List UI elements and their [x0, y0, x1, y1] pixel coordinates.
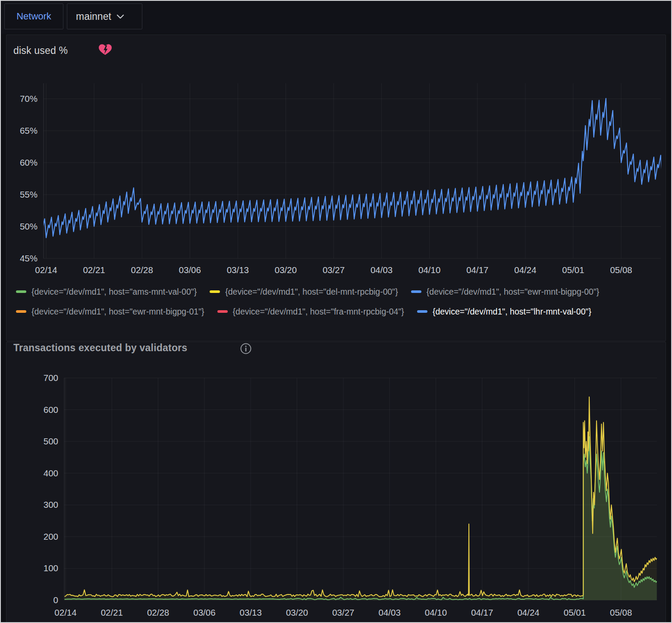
legend-item[interactable]: {device="/dev/md1", host="lhr-mnt-val-00…	[417, 302, 591, 321]
svg-text:70%: 70%	[20, 94, 38, 104]
svg-text:03/27: 03/27	[323, 265, 345, 275]
y-axis-ticks: 0100200300400500600700	[44, 373, 58, 605]
yellow-series-fill	[65, 397, 657, 600]
legend-item[interactable]: {device="/dev/md1", host="fra-mnt-rpcbig…	[217, 302, 404, 321]
svg-text:65%: 65%	[20, 126, 38, 135]
svg-text:03/20: 03/20	[286, 607, 308, 617]
network-variable-value: mainnet	[76, 11, 111, 22]
svg-text:05/08: 05/08	[610, 265, 632, 275]
svg-text:45%: 45%	[20, 253, 38, 263]
legend-label: {device="/dev/md1", host="del-mnt-rpcbig…	[225, 287, 398, 297]
svg-text:03/13: 03/13	[227, 265, 249, 275]
svg-text:02/21: 02/21	[83, 265, 105, 275]
gridlines	[64, 378, 657, 600]
svg-text:05/08: 05/08	[610, 607, 632, 617]
green-series-line[interactable]	[65, 437, 657, 600]
legend-item[interactable]: {device="/dev/md1", host="ewr-mnt-bigpg-…	[16, 302, 204, 321]
svg-text:04/17: 04/17	[466, 265, 488, 275]
svg-text:03/20: 03/20	[275, 265, 297, 275]
legend-swatch	[16, 310, 26, 313]
svg-text:0: 0	[53, 595, 58, 605]
legend-swatch	[16, 290, 26, 293]
svg-text:700: 700	[44, 373, 58, 383]
legend-label: {device="/dev/md1", host="lhr-mnt-val-00…	[433, 307, 591, 317]
svg-text:04/03: 04/03	[379, 607, 401, 617]
svg-text:02/28: 02/28	[131, 265, 153, 275]
svg-text:55%: 55%	[20, 189, 38, 199]
svg-text:05/01: 05/01	[564, 607, 586, 617]
legend-label: {device="/dev/md1", host="fra-mnt-rpcbig…	[233, 307, 404, 317]
svg-text:04/24: 04/24	[514, 265, 536, 275]
transactions-chart[interactable]: 010020030040050060070002/1402/2102/2803/…	[6, 367, 666, 623]
svg-text:03/06: 03/06	[193, 607, 215, 617]
dashboard-toolbar: Network mainnet	[0, 0, 672, 34]
legend-swatch	[217, 310, 228, 313]
green-series-fill	[65, 437, 657, 600]
info-circle-icon[interactable]	[240, 343, 251, 354]
svg-text:04/10: 04/10	[425, 607, 447, 617]
svg-text:300: 300	[44, 500, 58, 510]
svg-text:02/28: 02/28	[147, 607, 169, 617]
legend-label: {device="/dev/md1", host="ams-mnt-val-00…	[31, 287, 197, 297]
svg-text:02/14: 02/14	[54, 607, 76, 617]
svg-text:02/21: 02/21	[101, 607, 123, 617]
legend-item[interactable]: {device="/dev/md1", host="ams-mnt-val-00…	[16, 282, 197, 302]
svg-text:600: 600	[44, 405, 58, 415]
panel-transactions: Transactions executed by validators Cert…	[6, 342, 666, 623]
network-variable-label-text: Network	[16, 11, 51, 22]
svg-text:04/17: 04/17	[471, 607, 493, 617]
network-variable-label: Network	[4, 3, 63, 29]
svg-text:04/10: 04/10	[418, 265, 440, 275]
network-variable-dropdown[interactable]: mainnet	[67, 3, 142, 29]
svg-text:400: 400	[44, 468, 58, 478]
legend-item[interactable]: {device="/dev/md1", host="ewr-mnt-bigpg-…	[411, 282, 600, 302]
panel-disk-used: disk used % 45%50%55%60%65%70%02/1402/21…	[6, 35, 666, 341]
svg-text:50%: 50%	[20, 221, 38, 231]
heart-broken-alert-icon[interactable]	[98, 44, 113, 57]
panel-title-disk-used: disk used %	[13, 45, 68, 57]
svg-text:03/13: 03/13	[240, 607, 262, 617]
svg-text:04/03: 04/03	[371, 265, 393, 275]
chevron-down-icon	[116, 14, 124, 19]
legend-item[interactable]: {device="/dev/md1", host="del-mnt-rpcbig…	[210, 282, 398, 302]
svg-text:60%: 60%	[20, 157, 38, 167]
svg-text:04/24: 04/24	[517, 607, 539, 617]
legend-swatch	[417, 310, 427, 313]
legend-swatch	[210, 290, 220, 293]
y-axis-ticks: 45%50%55%60%65%70%	[20, 94, 38, 263]
svg-text:03/27: 03/27	[332, 607, 354, 617]
panel-title-transactions: Transactions executed by validators	[13, 342, 187, 354]
dashboard: Network mainnet disk used % 45%50%55%60%…	[0, 0, 672, 623]
yellow-series-line[interactable]	[65, 397, 657, 597]
x-axis-ticks: 02/1402/2102/2803/0603/1303/2003/2704/03…	[54, 607, 632, 617]
legend-swatch	[411, 290, 421, 293]
legend-label: {device="/dev/md1", host="ewr-mnt-bigpg-…	[31, 307, 204, 317]
x-axis-ticks: 02/1402/2102/2803/0603/1303/2003/2704/03…	[35, 265, 632, 275]
legend-label: {device="/dev/md1", host="ewr-mnt-bigpg-…	[427, 287, 600, 297]
disk-used-chart[interactable]: 45%50%55%60%65%70%02/1402/2102/2803/0603…	[6, 61, 666, 302]
disk-used-legend: {device="/dev/md1", host="ams-mnt-val-00…	[16, 282, 663, 321]
gridlines	[44, 83, 661, 258]
svg-text:03/06: 03/06	[179, 265, 201, 275]
svg-text:02/14: 02/14	[35, 265, 57, 275]
series-lhr-mnt-val-00[interactable]	[39, 98, 666, 239]
svg-text:500: 500	[44, 436, 58, 446]
svg-text:100: 100	[44, 563, 58, 573]
svg-text:200: 200	[44, 532, 58, 541]
svg-text:05/01: 05/01	[562, 265, 584, 275]
